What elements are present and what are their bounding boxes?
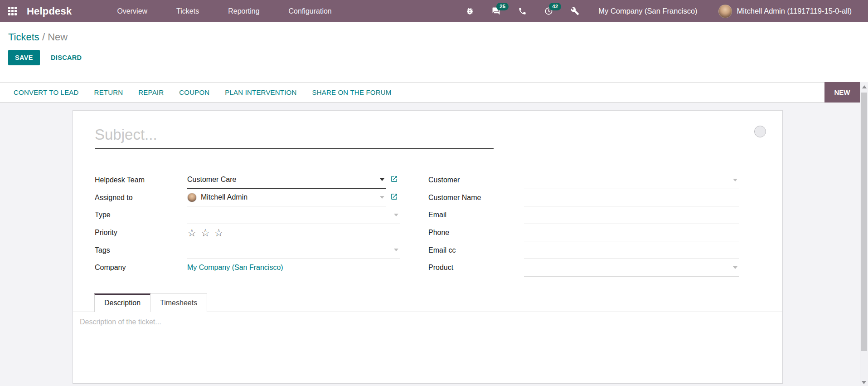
email-cc-input[interactable]: [524, 246, 739, 254]
vertical-scrollbar[interactable]: [860, 82, 868, 386]
external-link-icon[interactable]: [390, 175, 400, 185]
chevron-down-icon[interactable]: [380, 196, 384, 199]
app-brand[interactable]: Helpdesk: [27, 5, 72, 17]
chevron-down-icon[interactable]: [394, 249, 398, 251]
field-email-cc: Email cc: [428, 241, 739, 259]
scrollbar-up-arrow-icon[interactable]: [862, 85, 867, 88]
customer-value[interactable]: [524, 171, 739, 189]
menu-reporting[interactable]: Reporting: [228, 7, 259, 15]
chevron-down-icon[interactable]: [394, 214, 398, 216]
company-switcher[interactable]: My Company (San Francisco): [598, 7, 697, 15]
menu-overview[interactable]: Overview: [117, 7, 147, 15]
apps-menu-icon[interactable]: [8, 7, 17, 15]
tags-input[interactable]: [187, 246, 394, 254]
product-value[interactable]: [524, 259, 739, 277]
field-priority: Priority ☆ ☆ ☆: [95, 224, 400, 242]
tags-label: Tags: [95, 246, 187, 254]
customer-input[interactable]: [524, 176, 733, 184]
fields-left-column: Helpdesk Team Customer Care Assigned to: [95, 171, 400, 277]
kanban-state-circle[interactable]: [754, 126, 766, 137]
repair-button[interactable]: REPAIR: [138, 88, 164, 96]
ticket-form-card: Helpdesk Team Customer Care Assigned to: [73, 110, 783, 384]
user-avatar[interactable]: [718, 5, 732, 18]
return-button[interactable]: RETURN: [94, 88, 123, 96]
tab-description[interactable]: Description: [94, 293, 150, 312]
convert-to-lead-button[interactable]: CONVERT TO LEAD: [14, 88, 79, 96]
company-link[interactable]: My Company (San Francisco): [187, 264, 283, 272]
assigned-to-label: Assigned to: [95, 194, 187, 202]
external-link-icon[interactable]: [390, 193, 400, 203]
breadcrumb: Tickets / New: [8, 31, 868, 43]
field-product: Product: [428, 259, 739, 277]
breadcrumb-current: New: [48, 31, 68, 43]
description-tab-content: [73, 312, 782, 383]
menu-configuration[interactable]: Configuration: [289, 7, 332, 15]
field-email: Email: [428, 206, 739, 224]
subject-input[interactable]: [95, 124, 494, 149]
tab-timesheets[interactable]: Timesheets: [150, 293, 207, 312]
control-panel: Tickets / New SAVE DISCARD: [0, 22, 868, 82]
priority-label: Priority: [95, 229, 187, 237]
type-value[interactable]: [187, 206, 400, 224]
topbar-right: 25 42 My Company (San Francisco) Mitchel…: [448, 5, 852, 18]
priority-star-1[interactable]: ☆: [187, 228, 197, 238]
phone-icon[interactable]: [518, 7, 527, 16]
priority-star-2[interactable]: ☆: [201, 228, 210, 238]
assignee-avatar: [187, 193, 197, 202]
top-navbar: Helpdesk Overview Tickets Reporting Conf…: [0, 0, 868, 22]
messages-icon[interactable]: 25: [491, 7, 500, 16]
field-customer: Customer: [428, 171, 739, 189]
control-buttons: SAVE DISCARD: [8, 50, 868, 65]
helpdesk-team-label: Helpdesk Team: [95, 176, 187, 184]
field-customer-name: Customer Name: [428, 189, 739, 207]
menu-tickets[interactable]: Tickets: [176, 7, 199, 15]
field-type: Type: [95, 206, 400, 224]
tools-icon[interactable]: [570, 7, 579, 16]
discard-button[interactable]: DISCARD: [48, 50, 84, 65]
scrollbar-thumb[interactable]: [861, 93, 867, 351]
breadcrumb-tickets[interactable]: Tickets: [8, 31, 39, 43]
tags-value[interactable]: [187, 241, 400, 259]
email-cc-value[interactable]: [524, 241, 739, 259]
user-menu[interactable]: Mitchell Admin (11917119-15-0-all): [737, 7, 852, 15]
share-on-forum-button[interactable]: SHARE ON THE FORUM: [312, 88, 391, 96]
email-value[interactable]: [524, 206, 739, 224]
plan-intervention-button[interactable]: PLAN INTERVENTION: [225, 88, 296, 96]
phone-input[interactable]: [524, 229, 739, 237]
product-label: Product: [428, 264, 524, 272]
phone-value[interactable]: [524, 224, 739, 242]
field-phone: Phone: [428, 224, 739, 242]
status-bar: CONVERT TO LEAD RETURN REPAIR COUPON PLA…: [0, 82, 868, 103]
activities-clock-icon[interactable]: 42: [544, 7, 553, 16]
bug-icon[interactable]: [465, 7, 474, 16]
form-view-background: Helpdesk Team Customer Care Assigned to: [0, 103, 868, 386]
field-assigned-to: Assigned to Mitchell Admin: [95, 189, 400, 207]
messages-badge: 25: [496, 3, 509, 11]
customer-name-value[interactable]: [524, 189, 739, 207]
company-value: My Company (San Francisco): [187, 259, 400, 277]
helpdesk-team-value[interactable]: Customer Care: [187, 171, 386, 189]
coupon-button[interactable]: COUPON: [179, 88, 209, 96]
type-label: Type: [95, 211, 187, 219]
save-button[interactable]: SAVE: [8, 50, 40, 65]
type-input[interactable]: [187, 211, 394, 219]
chevron-down-icon[interactable]: [733, 179, 737, 181]
description-textarea[interactable]: [73, 312, 782, 383]
email-label: Email: [428, 211, 524, 219]
field-helpdesk-team: Helpdesk Team Customer Care: [95, 171, 400, 189]
chevron-down-icon[interactable]: [380, 178, 384, 181]
scrollbar-down-arrow-icon[interactable]: [862, 381, 866, 384]
product-input[interactable]: [524, 264, 733, 272]
assigned-to-value[interactable]: Mitchell Admin: [187, 189, 386, 207]
email-input[interactable]: [524, 211, 739, 219]
chevron-down-icon[interactable]: [733, 266, 737, 269]
top-menu: Overview Tickets Reporting Configuration: [117, 7, 331, 15]
form-sheet: Helpdesk Team Customer Care Assigned to: [73, 111, 782, 277]
email-cc-label: Email cc: [428, 246, 524, 254]
customer-name-input[interactable]: [524, 193, 739, 201]
field-tags: Tags: [95, 241, 400, 259]
customer-name-label: Customer Name: [428, 194, 524, 202]
fields-right-column: Customer Customer Name Email: [428, 171, 739, 277]
priority-star-3[interactable]: ☆: [214, 228, 223, 238]
phone-label: Phone: [428, 229, 524, 237]
